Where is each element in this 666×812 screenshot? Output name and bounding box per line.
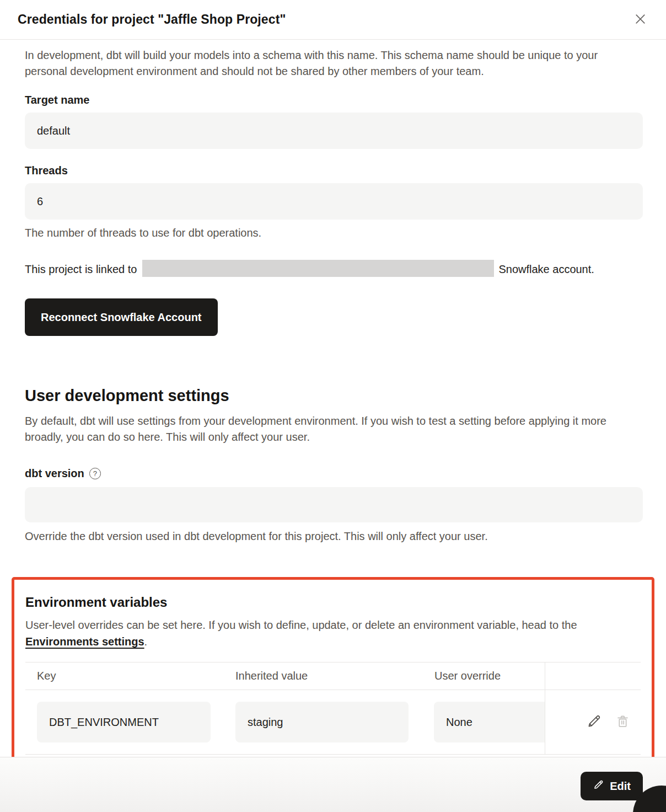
close-button[interactable] bbox=[631, 10, 649, 29]
threads-label: Threads bbox=[25, 164, 643, 177]
snowflake-linked-text-after: Snowflake account. bbox=[498, 263, 594, 275]
modal-title: Credentials for project "Jaffle Shop Pro… bbox=[18, 12, 286, 27]
column-header-user-override: User override bbox=[423, 663, 545, 690]
trash-icon bbox=[615, 714, 630, 730]
close-icon bbox=[633, 12, 647, 28]
edit-button[interactable]: Edit bbox=[581, 772, 643, 800]
env-var-inherited-value: staging bbox=[235, 702, 409, 742]
column-header-inherited-value: Inherited value bbox=[224, 663, 423, 690]
pencil-icon bbox=[593, 779, 604, 793]
table-header-row: Key Inherited value User override bbox=[25, 663, 641, 690]
target-name-label: Target name bbox=[25, 94, 643, 106]
threads-input[interactable] bbox=[25, 183, 643, 220]
env-vars-desc-after: . bbox=[144, 635, 148, 648]
column-header-key: Key bbox=[25, 663, 224, 690]
environment-variables-table: Key Inherited value User override DBT_EN… bbox=[25, 662, 641, 755]
schema-description: In development, dbt will build your mode… bbox=[25, 47, 643, 79]
env-var-user-override-value: None bbox=[434, 702, 545, 742]
credentials-modal: Credentials for project "Jaffle Shop Pro… bbox=[0, 0, 666, 812]
threads-help-text: The number of threads to use for dbt ope… bbox=[25, 227, 643, 239]
modal-footer: Edit bbox=[0, 757, 666, 812]
env-vars-desc-before: User-level overrides can be set here. If… bbox=[25, 619, 577, 631]
environment-variables-highlight-box: Environment variables User-level overrid… bbox=[12, 577, 654, 767]
modal-body: In development, dbt will build your mode… bbox=[0, 47, 666, 767]
dbt-version-help-text: Override the dbt version used in dbt dev… bbox=[25, 530, 643, 543]
reconnect-snowflake-button[interactable]: Reconnect Snowflake Account bbox=[25, 298, 218, 336]
delete-row-button[interactable] bbox=[615, 714, 630, 730]
redacted-account-name bbox=[142, 260, 494, 277]
dbt-version-label: dbt version bbox=[25, 467, 84, 480]
user-dev-settings-description: By default, dbt will use settings from y… bbox=[25, 413, 643, 445]
dbt-version-input[interactable] bbox=[25, 487, 643, 522]
snowflake-linked-text: This project is linked toSnowflake accou… bbox=[25, 259, 643, 280]
environments-settings-link[interactable]: Environments settings bbox=[25, 635, 144, 648]
edit-row-button[interactable] bbox=[586, 713, 602, 731]
modal-header: Credentials for project "Jaffle Shop Pro… bbox=[0, 0, 666, 40]
user-dev-settings-heading: User development settings bbox=[25, 387, 643, 405]
env-var-key-value: DBT_ENVIRONMENT bbox=[37, 702, 211, 742]
column-header-actions bbox=[545, 663, 641, 690]
environment-variables-description: User-level overrides can be set here. If… bbox=[25, 617, 641, 650]
target-name-input[interactable] bbox=[25, 113, 643, 149]
question-circle-icon[interactable]: ? bbox=[89, 468, 101, 479]
snowflake-linked-text-before: This project is linked to bbox=[25, 263, 137, 275]
table-row: DBT_ENVIRONMENT staging None bbox=[25, 690, 641, 755]
pencil-icon bbox=[586, 713, 602, 731]
reconnect-snowflake-label: Reconnect Snowflake Account bbox=[41, 311, 202, 324]
environment-variables-heading: Environment variables bbox=[25, 595, 641, 610]
edit-button-label: Edit bbox=[610, 780, 631, 793]
